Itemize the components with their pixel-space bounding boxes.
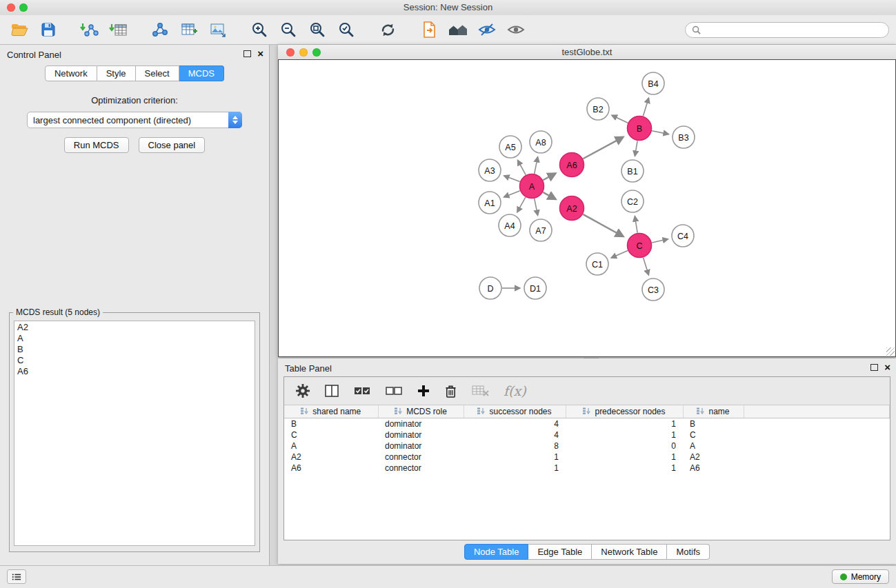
graph-edge-C-C3[interactable] — [644, 258, 649, 275]
search-input[interactable] — [704, 24, 882, 36]
table-row[interactable]: Adominator80A — [284, 440, 890, 452]
tab-network[interactable]: Network — [45, 65, 97, 81]
graph-edge-B-B1[interactable] — [635, 141, 638, 156]
graph-edge-A-A5[interactable] — [518, 160, 526, 174]
tab-motifs[interactable]: Motifs — [667, 544, 710, 560]
graph-node-C[interactable]: C — [628, 234, 652, 258]
zoom-in-button[interactable] — [247, 17, 272, 42]
column-header-predecessor-nodes[interactable]: predecessor nodes — [566, 405, 683, 418]
mcds-result-item[interactable]: C — [17, 355, 252, 366]
export-image-button[interactable] — [206, 17, 230, 42]
graph-node-A2[interactable]: A2 — [560, 196, 584, 221]
add-row-button[interactable] — [417, 384, 430, 398]
graph-node-A7[interactable]: A7 — [530, 219, 552, 241]
mcds-result-item[interactable]: B — [17, 344, 252, 355]
column-header-MCDS-role[interactable]: MCDS role — [378, 405, 464, 418]
network-canvas[interactable]: B4B2BB3A5A8A6B1A3AA1C2A2A4A7C4CC1C3DD1 — [278, 59, 896, 357]
mcds-result-item[interactable]: A6 — [17, 366, 252, 377]
graph-node-B[interactable]: B — [628, 116, 652, 141]
graph-edge-C-C4[interactable] — [652, 239, 668, 243]
resize-grip[interactable] — [886, 347, 895, 356]
network-window-titlebar[interactable]: testGlobe.txt — [278, 45, 896, 60]
tab-edge-table[interactable]: Edge Table — [528, 544, 592, 560]
open-panel-button[interactable] — [417, 17, 441, 42]
graph-node-A5[interactable]: A5 — [499, 136, 521, 158]
close-panel-button[interactable]: Close panel — [139, 137, 206, 153]
graph-node-A3[interactable]: A3 — [479, 159, 501, 181]
graph-node-B1[interactable]: B1 — [621, 160, 644, 182]
graph-node-A1[interactable]: A1 — [479, 192, 501, 214]
memory-button[interactable]: Memory — [832, 569, 889, 584]
zoom-selected-button[interactable] — [334, 17, 359, 42]
column-header-shared-name[interactable]: shared name — [284, 405, 378, 418]
graph-node-D1[interactable]: D1 — [524, 277, 546, 299]
show-details-button[interactable] — [504, 17, 528, 42]
graph-edge-A-A6[interactable] — [543, 174, 555, 181]
graph-edge-B-B2[interactable] — [612, 115, 628, 123]
graph-node-A[interactable]: A — [520, 174, 544, 199]
table-row[interactable]: A2connector11A2 — [284, 452, 890, 463]
graph-node-C1[interactable]: C1 — [586, 253, 608, 275]
tab-node-table[interactable]: Node Table — [464, 544, 529, 560]
close-panel-icon[interactable]: × — [257, 50, 263, 58]
graph-edge-B-B3[interactable] — [652, 131, 668, 134]
float-panel-icon[interactable] — [243, 50, 251, 57]
graph-node-D[interactable]: D — [479, 277, 501, 299]
tab-network-table[interactable]: Network Table — [592, 544, 667, 560]
refresh-layout-button[interactable] — [375, 17, 400, 42]
graph-edge-A-A3[interactable] — [504, 176, 520, 182]
hide-details-button[interactable] — [475, 17, 499, 42]
table-settings-button[interactable] — [295, 383, 310, 398]
import-network-button[interactable] — [77, 17, 102, 42]
graph-edge-A-A4[interactable] — [517, 197, 526, 212]
delete-row-button[interactable] — [444, 384, 457, 398]
tab-style[interactable]: Style — [97, 65, 136, 81]
column-header-successor-nodes[interactable]: successor nodes — [464, 405, 566, 418]
table-row[interactable]: Bdominator41B — [284, 418, 890, 430]
close-table-panel-icon[interactable]: × — [884, 363, 890, 372]
search-box[interactable] — [685, 22, 889, 38]
task-history-button[interactable] — [7, 569, 26, 584]
deselect-all-button[interactable] — [385, 384, 403, 398]
graph-edge-A-A7[interactable] — [535, 199, 538, 215]
save-session-button[interactable] — [36, 17, 61, 42]
criterion-dropdown[interactable]: largest connected component (directed) — [27, 112, 242, 128]
graph-node-C3[interactable]: C3 — [642, 278, 664, 301]
mcds-result-list[interactable]: A2ABCA6 — [14, 321, 255, 546]
graph-node-B4[interactable]: B4 — [642, 72, 664, 94]
float-table-panel-icon[interactable] — [870, 364, 878, 371]
graph-node-A8[interactable]: A8 — [530, 131, 552, 153]
graph-edge-C-C2[interactable] — [635, 216, 637, 233]
new-network-button[interactable] — [148, 17, 172, 42]
zoom-out-button[interactable] — [276, 17, 301, 42]
mcds-result-item[interactable]: A — [17, 333, 252, 344]
graph-edge-A-A8[interactable] — [535, 157, 538, 174]
graph-edge-A-A2[interactable] — [543, 192, 556, 199]
home-overview-button[interactable] — [446, 17, 470, 42]
graph-node-B3[interactable]: B3 — [673, 126, 695, 148]
function-builder-button[interactable]: f(x) — [504, 383, 526, 398]
column-header-name[interactable]: name — [683, 405, 744, 418]
graph-edge-A2-C[interactable] — [583, 214, 624, 236]
graph-node-A6[interactable]: A6 — [560, 153, 584, 177]
show-columns-button[interactable] — [324, 383, 339, 398]
graph-edge-A6-B[interactable] — [583, 137, 623, 159]
import-table-button[interactable] — [106, 17, 131, 42]
graph-edge-B-B4[interactable] — [643, 98, 648, 116]
graph-node-C2[interactable]: C2 — [621, 190, 644, 212]
graph-edge-C-C1[interactable] — [611, 251, 628, 258]
graph-node-B2[interactable]: B2 — [587, 98, 609, 120]
select-all-button[interactable] — [353, 384, 371, 398]
mcds-result-item[interactable]: A2 — [17, 322, 252, 333]
open-session-button[interactable] — [7, 17, 32, 42]
tab-select[interactable]: Select — [136, 65, 179, 81]
tab-mcds[interactable]: MCDS — [179, 65, 224, 81]
new-table-button[interactable] — [177, 17, 201, 42]
graph-node-C4[interactable]: C4 — [672, 225, 694, 247]
table-row[interactable]: A6connector11A6 — [284, 463, 890, 474]
graph-node-A4[interactable]: A4 — [499, 214, 521, 236]
delete-table-button[interactable] — [471, 384, 490, 398]
run-mcds-button[interactable]: Run MCDS — [64, 137, 129, 153]
graph-edge-A-A1[interactable] — [504, 191, 520, 197]
zoom-fit-button[interactable] — [305, 17, 330, 42]
